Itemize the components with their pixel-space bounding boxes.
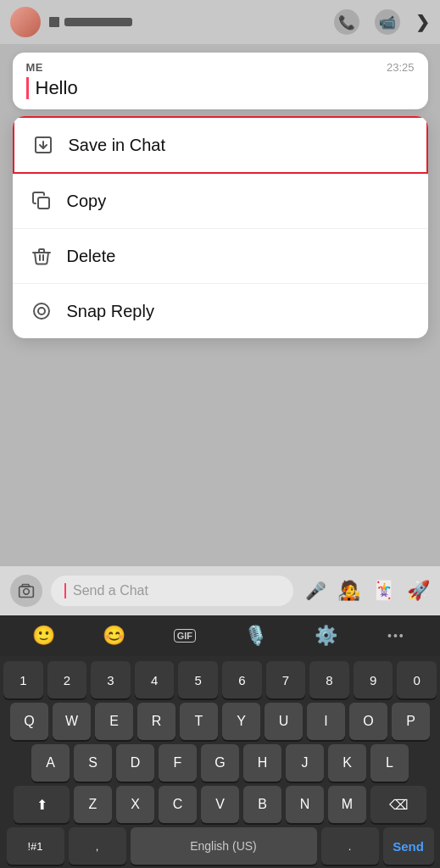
key-e[interactable]: E (95, 703, 133, 740)
key-3[interactable]: 3 (91, 661, 131, 698)
avatar[interactable] (10, 7, 41, 37)
copy-label: Copy (67, 192, 107, 211)
delete-label: Delete (67, 247, 116, 266)
input-placeholder: Send a Chat (73, 583, 148, 598)
asdf-row: A S D F G H J K L (3, 744, 437, 782)
key-d[interactable]: D (116, 744, 154, 782)
space-key[interactable]: English (US) (131, 827, 317, 865)
menu-item-copy[interactable]: Copy (13, 174, 428, 229)
svg-point-6 (34, 303, 49, 319)
send-key[interactable]: Send (383, 827, 434, 865)
rocket-icon[interactable]: 🚀 (407, 580, 430, 602)
key-u[interactable]: U (265, 703, 303, 740)
bitmoji-icon[interactable]: 🧑‍🎤 (337, 580, 360, 602)
delete-icon (30, 244, 53, 268)
menu-item-save-in-chat[interactable]: Save in Chat (13, 116, 428, 174)
bitmoji-toolbar-icon[interactable]: 🙂 (27, 620, 61, 651)
message-text: Hello (26, 77, 415, 99)
key-9[interactable]: 9 (354, 661, 393, 698)
copy-icon (30, 189, 53, 213)
key-s[interactable]: S (74, 744, 112, 782)
key-c[interactable]: C (159, 786, 197, 823)
key-r[interactable]: R (137, 703, 175, 740)
key-8[interactable]: 8 (309, 661, 349, 698)
key-j[interactable]: J (286, 744, 324, 782)
contact-initial-block (49, 17, 59, 27)
key-0[interactable]: 0 (397, 661, 437, 698)
key-2[interactable]: 2 (47, 661, 87, 698)
shift-key[interactable]: ⬆ (14, 786, 70, 823)
key-4[interactable]: 4 (135, 661, 175, 698)
chat-area: ME 23:25 Hello Save in Chat (0, 44, 440, 566)
contact-name-bar (64, 18, 132, 26)
save-in-chat-label: Save in Chat (69, 136, 166, 155)
top-icons: 📞 📹 ❯ (334, 9, 430, 35)
key-m[interactable]: M (328, 786, 366, 823)
back-button[interactable]: ❯ (415, 12, 430, 32)
emoji-toolbar-icon[interactable]: 😊 (97, 620, 131, 651)
keyboard: 1 2 3 4 5 6 7 8 9 0 Q W E R T Y U I O P … (0, 656, 440, 868)
svg-rect-2 (38, 198, 49, 209)
mic-icon: 🎤 (305, 581, 326, 601)
key-o[interactable]: O (349, 703, 387, 740)
key-f[interactable]: F (159, 744, 197, 782)
mic-toolbar-icon[interactable]: 🎙️ (238, 620, 272, 651)
key-q[interactable]: Q (10, 703, 48, 740)
phone-icon: 📞 (338, 14, 355, 31)
number-row: 1 2 3 4 5 6 7 8 9 0 (3, 661, 437, 698)
key-h[interactable]: H (243, 744, 281, 782)
context-menu: Save in Chat Copy (13, 116, 428, 338)
more-toolbar-icon[interactable]: ••• (379, 620, 413, 651)
cursor (64, 583, 66, 598)
period-key[interactable]: . (321, 827, 379, 865)
key-k[interactable]: K (328, 744, 366, 782)
key-l[interactable]: L (370, 744, 409, 782)
key-x[interactable]: X (116, 786, 154, 823)
key-7[interactable]: 7 (266, 661, 306, 698)
camera-button[interactable] (10, 575, 42, 607)
key-1[interactable]: 1 (3, 661, 43, 698)
message-sender: ME (26, 61, 44, 74)
action-icons: 🧑‍🎤 🃏 🚀 (337, 580, 430, 602)
top-bar: 📞 📹 ❯ (0, 0, 440, 44)
message-time: 23:25 (387, 61, 415, 74)
comma-key[interactable]: , (69, 827, 126, 865)
save-in-chat-icon (31, 133, 55, 157)
input-bar: Send a Chat 🎤 🧑‍🎤 🃏 🚀 (0, 566, 440, 615)
message-bubble: ME 23:25 Hello (13, 53, 428, 109)
bottom-row: !#1 , English (US) . Send (3, 827, 437, 865)
key-z[interactable]: Z (74, 786, 112, 823)
snap-reply-label: Snap Reply (67, 302, 154, 321)
video-icon: 📹 (379, 14, 396, 31)
key-i[interactable]: I (307, 703, 345, 740)
key-a[interactable]: A (31, 744, 70, 782)
contact-info (49, 17, 326, 27)
menu-item-delete[interactable]: Delete (13, 229, 428, 284)
key-t[interactable]: T (180, 703, 218, 740)
text-input-area[interactable]: Send a Chat (51, 576, 293, 606)
video-button[interactable]: 📹 (375, 9, 400, 35)
menu-item-snap-reply[interactable]: Snap Reply (13, 284, 428, 338)
key-p[interactable]: P (392, 703, 430, 740)
key-5[interactable]: 5 (178, 661, 218, 698)
sticker-icon[interactable]: 🃏 (372, 580, 395, 602)
key-y[interactable]: Y (222, 703, 260, 740)
qwerty-row: Q W E R T Y U I O P (3, 703, 437, 740)
keyboard-toolbar: 🙂 😊 GIF 🎙️ ⚙️ ••• (0, 615, 440, 656)
key-w[interactable]: W (53, 703, 91, 740)
key-n[interactable]: N (286, 786, 324, 823)
key-g[interactable]: G (201, 744, 239, 782)
key-b[interactable]: B (243, 786, 281, 823)
context-overlay: ME 23:25 Hello Save in Chat (0, 44, 440, 566)
symbols-key[interactable]: !#1 (7, 827, 64, 865)
phone-button[interactable]: 📞 (334, 9, 359, 35)
settings-toolbar-icon[interactable]: ⚙️ (309, 620, 343, 651)
key-6[interactable]: 6 (222, 661, 262, 698)
svg-point-8 (24, 589, 30, 595)
gif-toolbar-button[interactable]: GIF (168, 620, 202, 651)
mic-button[interactable]: 🎤 (302, 577, 329, 604)
key-v[interactable]: V (201, 786, 239, 823)
backspace-key[interactable]: ⌫ (370, 786, 426, 823)
contact-name-row (49, 17, 326, 27)
message-header: ME 23:25 (26, 61, 415, 74)
